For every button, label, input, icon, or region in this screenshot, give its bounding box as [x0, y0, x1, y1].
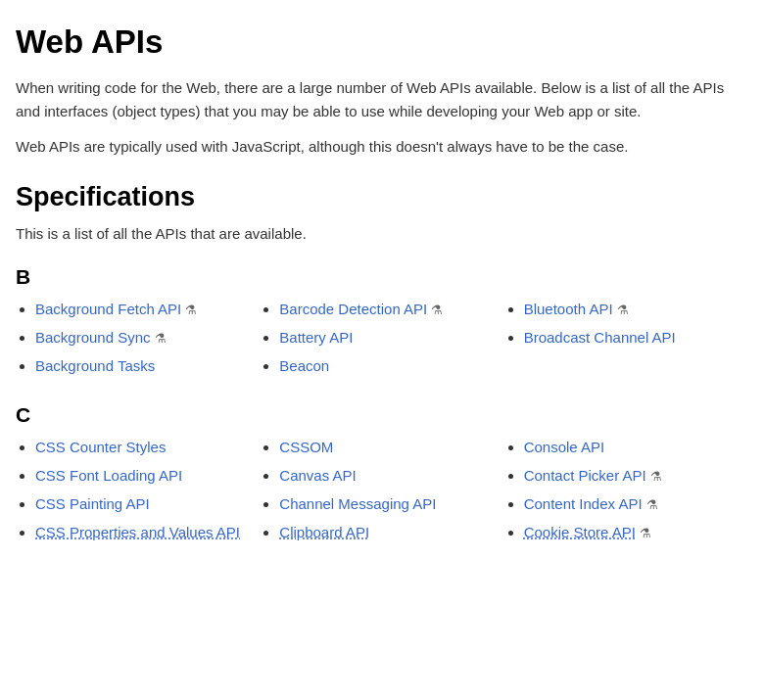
specifications-desc: This is a list of all the APIs that are …: [16, 222, 748, 246]
api-link[interactable]: CSS Counter Styles: [35, 439, 166, 455]
section-letter-b: B: [16, 265, 748, 289]
specifications-heading: Specifications: [16, 182, 748, 212]
api-col-c-2: Console APIContact Picker API⚗Content In…: [504, 437, 748, 550]
intro-paragraph-1: When writing code for the Web, there are…: [16, 76, 748, 123]
experimental-icon: ⚗: [650, 468, 664, 484]
api-link[interactable]: Barcode Detection API: [279, 301, 427, 317]
api-link[interactable]: CSSOM: [279, 439, 333, 455]
api-link[interactable]: Battery API: [279, 329, 353, 346]
api-link[interactable]: Canvas API: [279, 467, 356, 484]
api-col-c-1: CSSOMCanvas APIChannel Messaging APIClip…: [260, 437, 503, 550]
experimental-icon: ⚗: [617, 302, 631, 317]
list-item: CSSOM: [279, 437, 503, 457]
experimental-icon: ⚗: [185, 302, 199, 317]
list-item: Clipboard API: [279, 522, 503, 542]
list-item: Bluetooth API⚗: [524, 299, 748, 319]
api-link[interactable]: Background Fetch API: [35, 301, 181, 317]
list-item: CSS Font Loading API: [35, 465, 260, 486]
list-item: Canvas API: [279, 465, 503, 486]
api-link[interactable]: Broadcast Channel API: [524, 329, 676, 346]
api-link[interactable]: Contact Picker API: [524, 467, 646, 484]
api-col-c-0: CSS Counter StylesCSS Font Loading APICS…: [16, 437, 260, 550]
list-item: Content Index API⚗: [524, 493, 748, 514]
api-link[interactable]: Beacon: [279, 357, 329, 374]
list-item: Background Tasks: [35, 355, 260, 376]
page-title: Web APIs: [16, 23, 748, 61]
list-item: Console API: [524, 437, 748, 457]
list-item: Barcode Detection API⚗: [279, 299, 503, 319]
api-link[interactable]: CSS Properties and Values API: [35, 524, 240, 540]
list-item: CSS Counter Styles: [35, 437, 260, 457]
api-link[interactable]: Cookie Store API: [524, 524, 636, 540]
api-link[interactable]: Console API: [524, 439, 605, 455]
experimental-icon: ⚗: [640, 525, 653, 540]
list-item: Beacon: [279, 355, 503, 376]
list-item: Cookie Store API⚗: [524, 522, 748, 542]
section-letter-c: C: [16, 403, 748, 427]
intro-paragraph-2: Web APIs are typically used with JavaScr…: [16, 135, 748, 159]
experimental-icon: ⚗: [155, 330, 168, 346]
list-item: Battery API: [279, 327, 503, 348]
api-link[interactable]: Clipboard API: [279, 524, 369, 540]
list-item: Channel Messaging API: [279, 493, 503, 514]
api-col-b-0: Background Fetch API⚗Background Sync⚗Bac…: [16, 299, 260, 384]
api-link[interactable]: Channel Messaging API: [279, 495, 436, 512]
api-grid-c: CSS Counter StylesCSS Font Loading APICS…: [16, 437, 748, 550]
api-link[interactable]: CSS Font Loading API: [35, 467, 182, 484]
experimental-icon: ⚗: [646, 496, 660, 512]
api-link[interactable]: Background Sync: [35, 329, 151, 346]
api-link[interactable]: Bluetooth API: [524, 301, 613, 317]
experimental-icon: ⚗: [431, 302, 445, 317]
list-item: Background Sync⚗: [35, 327, 260, 348]
api-link[interactable]: Content Index API: [524, 495, 643, 512]
api-col-b-2: Bluetooth API⚗Broadcast Channel API: [504, 299, 748, 384]
list-item: CSS Painting API: [35, 493, 260, 514]
api-col-b-1: Barcode Detection API⚗Battery APIBeacon: [260, 299, 503, 384]
list-item: Contact Picker API⚗: [524, 465, 748, 486]
api-link[interactable]: Background Tasks: [35, 357, 155, 374]
list-item: Broadcast Channel API: [524, 327, 748, 348]
api-grid-b: Background Fetch API⚗Background Sync⚗Bac…: [16, 299, 748, 384]
list-item: Background Fetch API⚗: [35, 299, 260, 319]
api-sections: BBackground Fetch API⚗Background Sync⚗Ba…: [16, 265, 748, 550]
list-item: CSS Properties and Values API: [35, 522, 260, 542]
api-link[interactable]: CSS Painting API: [35, 495, 150, 512]
